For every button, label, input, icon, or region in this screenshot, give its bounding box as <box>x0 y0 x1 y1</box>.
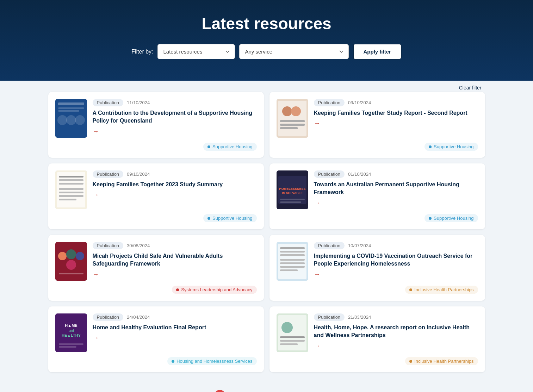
page-button[interactable]: 6 <box>281 390 292 392</box>
card-content: Publication 09/10/2024 Keeping Families … <box>93 170 257 199</box>
card-arrow-icon[interactable]: → <box>93 191 99 199</box>
filter-label: Filter by: <box>131 49 153 55</box>
svg-rect-43 <box>280 269 298 271</box>
svg-point-52 <box>281 322 293 333</box>
filter-service-select[interactable]: Any service Supportive Housing Inclusive… <box>239 44 349 59</box>
card-title: A Contribution to the Development of a S… <box>93 109 257 125</box>
page-button[interactable]: 1 <box>214 390 225 392</box>
svg-rect-18 <box>59 183 83 185</box>
tag-dot <box>409 288 412 291</box>
card-type-badge: Publication <box>314 313 345 321</box>
svg-rect-11 <box>280 120 305 122</box>
svg-rect-41 <box>280 262 305 264</box>
svg-text:and: and <box>68 329 74 332</box>
card-arrow-icon[interactable]: → <box>314 120 320 127</box>
svg-point-10 <box>291 106 301 116</box>
card-arrow-icon[interactable]: → <box>93 128 99 135</box>
card-inner: Publication 11/10/2024 A Contribution to… <box>55 99 257 138</box>
card-title: Keeping Families Together Study Report -… <box>314 109 478 117</box>
card-tag-badge: Supportive Housing <box>203 214 256 222</box>
svg-rect-54 <box>280 340 305 342</box>
card-meta: Publication 30/08/2024 <box>93 242 257 249</box>
card-inner: Publication 21/03/2024 Health, Home, Hop… <box>277 313 478 352</box>
card-tag-badge: Housing and Homelessness Services <box>167 357 256 365</box>
card-thumbnail <box>55 170 87 209</box>
card-item[interactable]: Publication 10/07/2024 Implementing a CO… <box>269 235 485 301</box>
apply-filter-button[interactable]: Apply filter <box>353 44 402 60</box>
filter-type-select[interactable]: Latest resources Publications Reports Gu… <box>157 44 235 59</box>
tag-label: Supportive Housing <box>434 144 473 149</box>
cards-grid: Publication 11/10/2024 A Contribution to… <box>48 92 485 372</box>
card-footer: Supportive Housing <box>55 214 257 222</box>
tag-label: Inclusive Health Partnerships <box>414 287 473 292</box>
card-date: 09/10/2024 <box>348 100 371 105</box>
card-arrow-icon[interactable]: → <box>314 199 320 207</box>
card-item[interactable]: Publication 11/10/2024 A Contribution to… <box>48 92 264 158</box>
card-tag-badge: Inclusive Health Partnerships <box>405 286 478 294</box>
tag-dot <box>429 217 432 220</box>
card-meta: Publication 21/03/2024 <box>314 313 478 321</box>
card-item[interactable]: HOMELESSNESSIS SOLVABLE Publication 01/1… <box>269 163 485 229</box>
card-type-badge: Publication <box>314 99 345 106</box>
page-button[interactable]: 3 <box>241 390 252 392</box>
card-content: Publication 11/10/2024 A Contribution to… <box>93 99 257 135</box>
svg-text:IS SOLVABLE: IS SOLVABLE <box>282 191 303 195</box>
svg-rect-21 <box>59 195 83 197</box>
svg-rect-17 <box>59 179 83 181</box>
card-date: 11/10/2024 <box>127 100 150 105</box>
card-arrow-icon[interactable]: → <box>314 342 320 350</box>
card-date: 24/04/2024 <box>127 315 150 320</box>
card-title: Towards an Australian Permanent Supporti… <box>314 181 478 197</box>
page-button[interactable]: 5 <box>268 390 279 392</box>
card-item[interactable]: Publication 09/10/2024 Keeping Families … <box>269 92 485 158</box>
page-button[interactable]: 2 <box>228 390 239 392</box>
card-tag-badge: Inclusive Health Partnerships <box>405 357 478 365</box>
card-date: 09/10/2024 <box>127 172 150 177</box>
card-content: Publication 09/10/2024 Keeping Families … <box>314 99 478 127</box>
tag-label: Supportive Housing <box>434 216 473 221</box>
svg-rect-37 <box>280 247 305 249</box>
svg-rect-1 <box>58 102 84 105</box>
card-footer: Supportive Housing <box>277 214 478 222</box>
card-thumbnail <box>277 99 308 138</box>
tag-label: Housing and Homelessness Services <box>176 359 252 364</box>
card-thumbnail: HOMELESSNESSIS SOLVABLE <box>277 170 308 209</box>
card-meta: Publication 11/10/2024 <box>93 99 257 106</box>
card-tag-badge: Systems Leadership and Advocacy <box>172 286 256 294</box>
card-title: Micah Projects Child Safe And Vulnerable… <box>93 252 257 268</box>
card-tag-badge: Supportive Housing <box>203 143 256 151</box>
svg-rect-27 <box>280 199 305 200</box>
card-item[interactable]: Publication 30/08/2024 Micah Projects Ch… <box>48 235 264 301</box>
card-type-badge: Publication <box>314 242 345 249</box>
svg-rect-20 <box>59 192 83 193</box>
svg-rect-3 <box>58 110 79 112</box>
page-button[interactable]: 7 <box>295 390 306 392</box>
filter-row: Filter by: Latest resources Publications… <box>7 44 526 60</box>
card-footer: Supportive Housing <box>55 143 257 151</box>
clear-filter-button[interactable]: Clear filter <box>459 85 482 91</box>
card-arrow-icon[interactable]: → <box>314 271 320 278</box>
card-item[interactable]: Publication 09/10/2024 Keeping Families … <box>48 163 264 229</box>
card-item[interactable]: Publication 21/03/2024 Health, Home, Hop… <box>269 306 485 372</box>
page-next-button[interactable]: › <box>308 390 319 392</box>
card-title: Keeping Families Together 2023 Study Sum… <box>93 181 257 188</box>
tag-label: Inclusive Health Partnerships <box>414 359 473 364</box>
card-date: 01/10/2024 <box>348 172 371 177</box>
card-meta: Publication 09/10/2024 <box>93 170 257 178</box>
card-arrow-icon[interactable]: → <box>93 334 99 342</box>
tag-dot <box>207 217 210 220</box>
card-thumbnail <box>277 242 308 281</box>
card-thumbnail <box>277 313 308 352</box>
svg-rect-34 <box>59 273 83 274</box>
svg-point-31 <box>66 249 76 259</box>
card-arrow-icon[interactable]: → <box>93 271 99 278</box>
card-meta: Publication 01/10/2024 <box>314 170 478 178</box>
card-item[interactable]: H▲MEandHE▲LTHY Publication 24/04/2024 Ho… <box>48 306 264 372</box>
page-button[interactable]: 4 <box>254 390 266 392</box>
svg-point-30 <box>58 252 67 260</box>
card-thumbnail: H▲MEandHE▲LTHY <box>55 313 87 352</box>
svg-rect-16 <box>59 176 83 178</box>
svg-rect-13 <box>280 127 298 129</box>
svg-point-5 <box>66 115 76 125</box>
card-content: Publication 30/08/2024 Micah Projects Ch… <box>93 242 257 278</box>
